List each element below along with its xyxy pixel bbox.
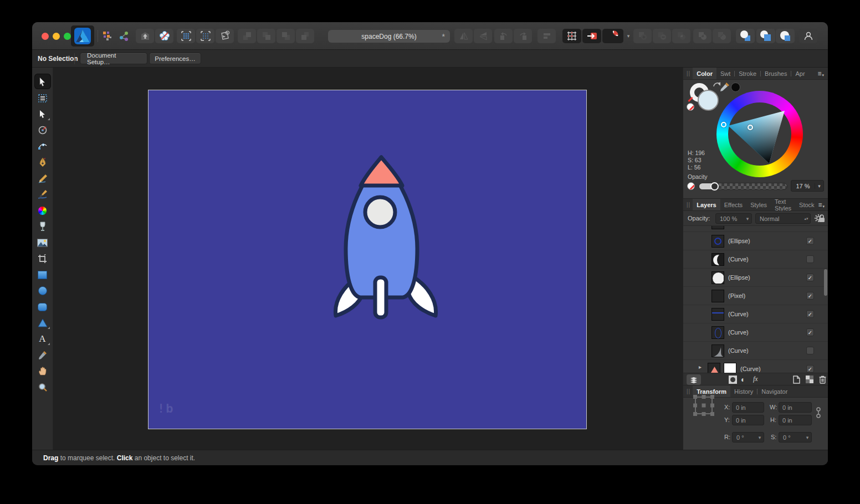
tab-styles[interactable]: Styles: [746, 199, 771, 210]
w-field[interactable]: [779, 402, 812, 413]
opacity-slider[interactable]: [699, 183, 787, 190]
color-triangle[interactable]: [716, 91, 803, 177]
boolean-xor-button[interactable]: [693, 29, 711, 43]
point-transform-tool[interactable]: [35, 124, 50, 137]
snapping-toggle-button[interactable]: [602, 29, 623, 43]
account-button[interactable]: [799, 29, 817, 43]
snapping-options-dropdown[interactable]: ▾: [624, 29, 633, 43]
layer-row-partial[interactable]: [683, 226, 828, 232]
panel-grip[interactable]: ||: [683, 385, 693, 397]
layer-row[interactable]: (Curve) ✓: [683, 323, 828, 342]
fill-tool[interactable]: [35, 204, 50, 217]
view-tool[interactable]: [35, 364, 50, 378]
new-pixel-layer-icon[interactable]: [806, 376, 813, 383]
layers-stack-button[interactable]: [687, 374, 701, 385]
tab-swatches[interactable]: Swt: [716, 68, 734, 79]
layer-row[interactable]: (Curve) ✓: [683, 342, 828, 360]
pixel-persona-button[interactable]: [155, 29, 173, 43]
y-field[interactable]: [732, 415, 764, 425]
document-title[interactable]: spaceDog (66.7%) *: [328, 30, 450, 43]
move-tool[interactable]: [35, 74, 50, 89]
blend-mode-dropdown[interactable]: Normal ▴▾: [755, 213, 811, 224]
move-to-front-button[interactable]: [238, 29, 256, 43]
pixel-grid-button[interactable]: [196, 29, 214, 43]
tab-layers[interactable]: Layers: [693, 199, 720, 210]
layer-visibility-checkbox[interactable]: ✓: [806, 365, 814, 373]
alignment-button[interactable]: [538, 29, 556, 43]
minimize-window-button[interactable]: [53, 33, 60, 40]
anchor-point-selector[interactable]: [692, 394, 715, 417]
adjustment-layer-icon[interactable]: ◐: [741, 375, 745, 384]
layer-visibility-checkbox[interactable]: ✓: [806, 292, 814, 300]
text-tool[interactable]: A: [35, 332, 50, 346]
x-field[interactable]: [732, 402, 764, 413]
layer-visibility-checkbox[interactable]: ✓: [806, 347, 814, 354]
insert-on-top-button[interactable]: [756, 29, 775, 43]
insert-inside-button[interactable]: [776, 29, 795, 43]
export-persona-button[interactable]: [136, 29, 154, 43]
rotate-ccw-button[interactable]: [494, 29, 513, 43]
tab-text-styles[interactable]: Text Styles: [771, 199, 795, 210]
layer-row[interactable]: (Ellipse) ✓: [683, 269, 828, 287]
layer-visibility-checkbox[interactable]: ✓: [806, 328, 814, 336]
boolean-add-button[interactable]: [633, 29, 652, 43]
boolean-divide-button[interactable]: [713, 29, 731, 43]
saturation-lightness-marker[interactable]: [748, 125, 753, 130]
layer-row[interactable]: (Curve) ✓: [683, 305, 828, 323]
layer-effects-icon[interactable]: fx: [753, 375, 758, 383]
document-setup-button[interactable]: Document Setup…: [80, 53, 147, 64]
pen-tool[interactable]: [35, 156, 50, 169]
ellipse-tool[interactable]: [35, 284, 50, 297]
tab-color[interactable]: Color: [693, 68, 716, 79]
place-image-tool[interactable]: [35, 236, 50, 249]
rounded-rectangle-tool[interactable]: [35, 300, 50, 313]
tab-appearance[interactable]: Apr: [791, 68, 808, 79]
triangle-tool[interactable]: [35, 316, 50, 330]
flip-horizontal-button[interactable]: [454, 29, 473, 43]
preferences-button[interactable]: Preferences…: [149, 53, 201, 64]
crop-tool[interactable]: [35, 252, 50, 265]
tab-stock[interactable]: Stock: [795, 199, 818, 210]
transform-bounds-button[interactable]: [216, 29, 234, 43]
rotation-dropdown[interactable]: 0 ° ▾: [732, 432, 764, 443]
layer-row-nested[interactable]: ▸ (Curve) ✓: [683, 360, 828, 373]
delete-layer-icon[interactable]: [819, 375, 826, 384]
tab-history[interactable]: History: [730, 385, 757, 397]
tab-brushes[interactable]: Brushes: [761, 68, 791, 79]
symbols-button[interactable]: [116, 29, 132, 43]
shear-dropdown[interactable]: 0 ° ▾: [779, 432, 812, 443]
tab-navigator[interactable]: Navigator: [757, 385, 791, 397]
layer-visibility-checkbox[interactable]: ✓: [806, 310, 814, 318]
fill-swatch[interactable]: [698, 90, 719, 111]
tab-stroke[interactable]: Stroke: [735, 68, 760, 79]
rectangle-tool[interactable]: [35, 268, 50, 281]
h-field[interactable]: [779, 415, 812, 425]
color-picker-tool[interactable]: [35, 348, 50, 362]
no-color-swatch[interactable]: [687, 103, 694, 111]
show-grid-button[interactable]: [177, 29, 195, 43]
artboard-tool[interactable]: [35, 91, 50, 105]
move-backward-button[interactable]: [277, 29, 295, 43]
insert-behind-button[interactable]: [736, 29, 755, 43]
panel-grip[interactable]: ||: [683, 199, 693, 210]
canvas-viewport[interactable]: !b: [53, 68, 683, 450]
color-panel-menu-button[interactable]: ≡▾: [817, 68, 828, 79]
layers-opacity-dropdown[interactable]: 100 % ▾: [715, 213, 752, 224]
layer-visibility-checkbox[interactable]: ✓: [806, 237, 814, 245]
opacity-value-dropdown[interactable]: 17 % ▾: [791, 180, 824, 192]
layer-visibility-checkbox[interactable]: ✓: [806, 255, 814, 263]
opacity-none-swatch[interactable]: [687, 182, 695, 190]
layer-row[interactable]: (Ellipse) ✓: [683, 232, 828, 250]
move-forward-button[interactable]: [257, 29, 275, 43]
move-by-whole-pixels-button[interactable]: [582, 29, 601, 43]
lock-icon[interactable]: [818, 214, 825, 223]
move-to-back-button[interactable]: [296, 29, 314, 43]
vector-brush-tool[interactable]: [35, 188, 50, 201]
tab-effects[interactable]: Effects: [720, 199, 746, 210]
panel-grip[interactable]: ||: [683, 68, 693, 79]
mask-layer-icon[interactable]: [729, 376, 737, 384]
pencil-tool[interactable]: [35, 172, 50, 185]
artboard[interactable]: !b: [148, 90, 587, 429]
zoom-tool[interactable]: [35, 380, 50, 394]
close-window-button[interactable]: [42, 33, 49, 40]
